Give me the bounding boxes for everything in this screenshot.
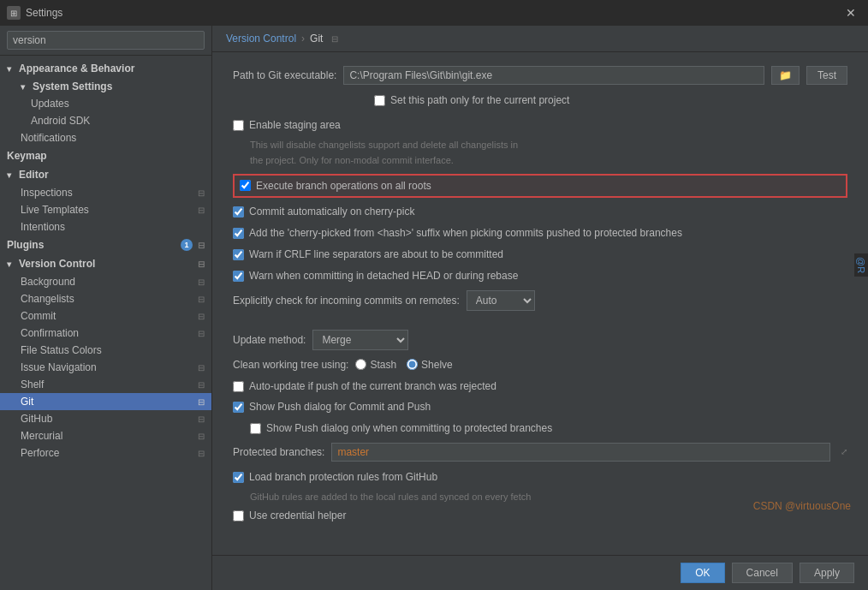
sidebar-item-github[interactable]: GitHub ⊟ [0, 410, 211, 427]
sidebar-item-appearance[interactable]: ▾ Appearance & Behavior [0, 59, 211, 78]
sidebar-item-notifications[interactable]: Notifications [0, 129, 211, 146]
collapse-arrow: ▾ [7, 170, 15, 180]
sidebar-item-label: Issue Navigation [21, 361, 194, 373]
load-protection-row: Load branch protection rules from GitHub [233, 470, 847, 485]
auto-update-checkbox[interactable] [233, 381, 244, 392]
settings-icon: ⊟ [198, 277, 205, 287]
sidebar-item-plugins[interactable]: Plugins 1 ⊟ [0, 235, 211, 254]
stash-radio[interactable] [355, 359, 366, 370]
sidebar-item-label: Updates [31, 98, 205, 110]
breadcrumb: Version Control › Git ⊟ [212, 26, 868, 52]
close-button[interactable]: ✕ [841, 4, 861, 21]
breadcrumb-menu-icon[interactable]: ⊟ [331, 34, 338, 44]
sidebar-item-label: Appearance & Behavior [19, 63, 205, 74]
sidebar-item-background[interactable]: Background ⊟ [0, 273, 211, 290]
credential-helper-checkbox[interactable] [233, 510, 244, 521]
search-input[interactable] [7, 31, 205, 50]
sidebar-item-mercurial[interactable]: Mercurial ⊟ [0, 427, 211, 444]
right-tag: @R [854, 253, 868, 277]
settings-icon: ⊟ [198, 414, 205, 424]
breadcrumb-version-control[interactable]: Version Control [226, 33, 296, 45]
update-method-row: Update method: Merge Rebase Branch defau… [233, 330, 847, 350]
staging-sub2: the project. Only for non-modal commit i… [250, 155, 847, 165]
sidebar-item-updates[interactable]: Updates [0, 95, 211, 112]
detached-checkbox[interactable] [233, 271, 244, 282]
sidebar-item-system-settings[interactable]: ▾ System Settings [0, 78, 211, 95]
sidebar-item-label: Notifications [21, 132, 205, 144]
update-method-dropdown[interactable]: Merge Rebase Branch default [312, 330, 408, 350]
shelve-label: Shelve [421, 359, 453, 371]
sidebar-item-live-templates[interactable]: Live Templates ⊟ [0, 201, 211, 218]
load-protection-checkbox[interactable] [233, 472, 244, 483]
auto-update-row: Auto-update if push of the current branc… [233, 379, 847, 394]
sidebar-item-label: Intentions [21, 221, 205, 233]
protected-branches-input[interactable] [331, 443, 830, 462]
clean-tree-label: Clean working tree using: [233, 359, 348, 371]
sidebar-item-label: Perforce [21, 447, 194, 459]
sidebar-item-label: Shelf [21, 378, 194, 390]
sidebar-item-git[interactable]: Git ⊟ [0, 393, 211, 410]
staging-checkbox[interactable] [233, 120, 244, 131]
settings-icon: ⊟ [198, 259, 205, 269]
execute-branch-checkbox[interactable] [240, 180, 251, 191]
execute-branch-row: Execute branch operations on all roots [233, 174, 847, 199]
path-input[interactable] [343, 66, 764, 85]
settings-icon: ⊟ [198, 432, 205, 441]
show-push-dialog-row: Show Push dialog for Commit and Push [233, 400, 847, 414]
sidebar-item-label: Changelists [21, 293, 194, 305]
show-push-protected-checkbox[interactable] [250, 423, 261, 434]
sidebar-item-confirmation[interactable]: Confirmation ⊟ [0, 325, 211, 342]
sidebar-item-file-status-colors[interactable]: File Status Colors [0, 342, 211, 359]
path-row: Path to Git executable: 📁 Test [233, 66, 847, 85]
protected-branches-label: Protected branches: [233, 446, 324, 458]
test-button[interactable]: Test [806, 66, 847, 85]
path-label: Path to Git executable: [233, 69, 336, 81]
sidebar-item-issue-navigation[interactable]: Issue Navigation ⊟ [0, 359, 211, 376]
sidebar-item-keymap[interactable]: Keymap [0, 146, 211, 165]
detached-label: Warn when committing in detached HEAD or… [249, 269, 518, 283]
settings-icon: ⊟ [198, 312, 205, 321]
cherry-pick-checkbox[interactable] [233, 206, 244, 218]
title-bar: ⊞ Settings ✕ [0, 0, 868, 26]
expand-icon[interactable]: ⤢ [841, 447, 847, 456]
clean-tree-radio-group: Stash Shelve [355, 359, 452, 371]
shelve-radio[interactable] [407, 359, 418, 370]
sidebar-item-commit[interactable]: Commit ⊟ [0, 307, 211, 325]
current-project-checkbox[interactable] [374, 95, 385, 106]
sidebar-item-android-sdk[interactable]: Android SDK [0, 112, 211, 129]
sidebar-item-label: Live Templates [21, 204, 194, 216]
cherry-picked-suffix-checkbox[interactable] [233, 228, 244, 239]
sidebar-item-shelf[interactable]: Shelf ⊟ [0, 376, 211, 393]
sidebar-item-changelists[interactable]: Changelists ⊟ [0, 290, 211, 307]
sidebar-item-inspections[interactable]: Inspections ⊟ [0, 184, 211, 201]
sidebar-item-label: Editor [19, 169, 205, 181]
stash-label: Stash [370, 359, 396, 371]
sidebar-item-intentions[interactable]: Intentions [0, 218, 211, 235]
sidebar-item-editor[interactable]: ▾ Editor [0, 165, 211, 184]
crlf-label: Warn if CRLF line separators are about t… [249, 247, 503, 262]
cherry-picked-suffix-label: Add the 'cherry-picked from <hash>' suff… [249, 226, 682, 241]
sidebar: ▾ Appearance & Behavior ▾ System Setting… [0, 26, 212, 590]
settings-icon: ⊟ [198, 241, 205, 250]
ok-button[interactable]: OK [681, 563, 724, 583]
show-push-dialog-checkbox[interactable] [233, 402, 244, 413]
breadcrumb-separator: › [301, 33, 305, 45]
shelve-radio-row: Shelve [407, 359, 453, 371]
cherry-picked-suffix-row: Add the 'cherry-picked from <hash>' suff… [233, 226, 847, 241]
sidebar-item-perforce[interactable]: Perforce ⊟ [0, 444, 211, 462]
main-panel: Version Control › Git ⊟ Path to Git exec… [212, 26, 868, 590]
crlf-checkbox[interactable] [233, 249, 244, 260]
cancel-button[interactable]: Cancel [732, 563, 793, 583]
plugin-badge: 1 [181, 239, 193, 251]
cherry-pick-label: Commit automatically on cherry-pick [249, 205, 414, 219]
apply-button[interactable]: Apply [800, 563, 854, 583]
incoming-label: Explicitly check for incoming commits on… [233, 295, 460, 307]
clean-tree-row: Clean working tree using: Stash Shelve [233, 359, 847, 371]
incoming-dropdown[interactable]: Auto Always Never [467, 290, 535, 311]
settings-icon: ⊟ [198, 380, 205, 390]
sidebar-item-version-control[interactable]: ▾ Version Control ⊟ [0, 254, 211, 273]
staging-label: Enable staging area [249, 118, 341, 133]
crlf-row: Warn if CRLF line separators are about t… [233, 247, 847, 262]
folder-button[interactable]: 📁 [771, 66, 800, 85]
load-protection-label: Load branch protection rules from GitHub [249, 470, 437, 485]
